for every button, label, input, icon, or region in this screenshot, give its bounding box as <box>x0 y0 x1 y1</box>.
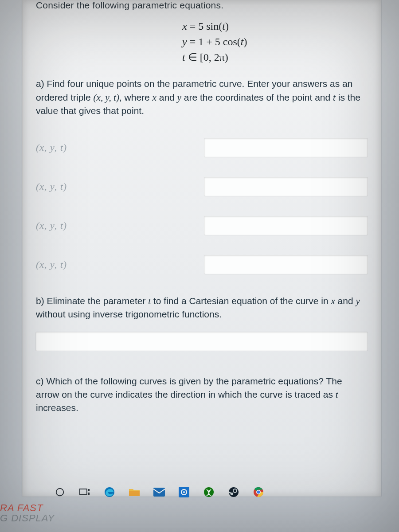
point-input-4[interactable] <box>204 255 368 274</box>
part-a-inputs: (x, y, t) (x, y, t) (x, y, t) (x, y, t) <box>36 138 368 274</box>
row-label: (x, y, t) <box>36 142 89 153</box>
part-a-prompt: a) Find four unique points on the parame… <box>36 77 368 117</box>
equation-block: x = 5 sin(t) y = 1 + 5 cos(t) t ∈ [0, 2π… <box>36 19 368 65</box>
part-b-input[interactable] <box>36 332 368 351</box>
intro-text: Consider the following parametric equati… <box>36 0 368 11</box>
windows-taskbar <box>53 485 265 499</box>
task-view-icon[interactable] <box>78 485 91 499</box>
monitor-osd-badge: RA FAST G DISPLAY <box>0 499 61 528</box>
point-input-1[interactable] <box>204 138 368 157</box>
svg-rect-1 <box>80 489 87 495</box>
osd-line1: RA FAST <box>0 503 55 513</box>
point-row: (x, y, t) <box>36 138 368 157</box>
row-label: (x, y, t) <box>36 259 89 270</box>
svg-rect-5 <box>129 491 140 496</box>
svg-rect-3 <box>88 493 90 495</box>
edge-icon[interactable] <box>103 485 116 499</box>
equation-x: x = 5 sin(t) <box>182 19 368 34</box>
row-label: (x, y, t) <box>36 220 89 231</box>
question-page: Consider the following parametric equati… <box>22 0 381 497</box>
equation-y: y = 1 + 5 cos(t) <box>182 34 368 50</box>
svg-point-9 <box>183 491 185 493</box>
svg-rect-2 <box>88 489 90 491</box>
part-c-prompt: c) Which of the following curves is give… <box>36 375 368 415</box>
mail-icon[interactable] <box>153 485 166 499</box>
svg-point-0 <box>56 489 64 496</box>
equation-domain: t ∈ [0, 2π) <box>182 50 368 65</box>
xbox-icon[interactable] <box>202 485 215 499</box>
point-input-3[interactable] <box>204 216 368 235</box>
svg-rect-6 <box>153 488 165 497</box>
photos-icon[interactable] <box>177 485 191 499</box>
chrome-icon[interactable] <box>252 485 265 499</box>
point-row: (x, y, t) <box>36 216 368 235</box>
cortana-icon[interactable] <box>53 485 66 499</box>
steam-icon[interactable] <box>227 485 240 499</box>
osd-line2: G DISPLAY <box>0 513 55 523</box>
svg-point-16 <box>257 491 260 494</box>
point-row: (x, y, t) <box>36 255 368 274</box>
row-label: (x, y, t) <box>36 181 89 192</box>
point-row: (x, y, t) <box>36 177 368 196</box>
file-explorer-icon[interactable] <box>128 485 141 499</box>
part-b-prompt: b) Eliminate the parameter t to find a C… <box>36 294 368 321</box>
point-input-2[interactable] <box>204 177 368 196</box>
